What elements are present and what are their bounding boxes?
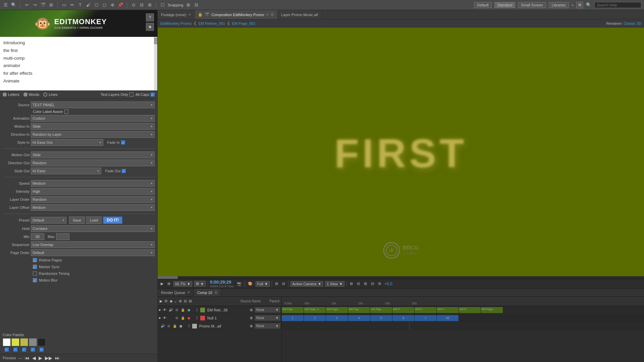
fade-in-cb[interactable]: ✓ (121, 140, 125, 144)
text-icon[interactable]: T (77, 2, 83, 8)
motion-in-dropdown[interactable]: Slide ▼ (31, 123, 155, 130)
breadcrumb-item1[interactable]: EditMonkey Promo (160, 21, 192, 25)
min-input[interactable] (31, 233, 44, 240)
sequencer-dropdown[interactable]: Low Overlap ▼ (31, 241, 155, 248)
first-frame-button[interactable]: ⏮ (25, 355, 30, 361)
quality-dropdown[interactable]: Full ▼ (256, 281, 270, 287)
layer3-blend-icon[interactable]: ⊞ (249, 324, 254, 328)
preview-play-btn[interactable]: ▶ (160, 299, 162, 303)
layer-tab[interactable]: Layer Promo Music.aif (278, 10, 321, 19)
render-button[interactable]: ⊟ (370, 282, 375, 286)
footage-tab-close[interactable]: ✕ (188, 13, 191, 16)
settings-button[interactable]: ⚙ (377, 282, 382, 286)
add-keyframe-btn[interactable]: ⬦ (174, 299, 177, 303)
style-in-dropdown[interactable]: Hi Ease Out ▼ (31, 139, 103, 146)
search-input[interactable] (594, 2, 641, 8)
fade-out-cb[interactable]: ✓ (122, 169, 126, 173)
timeline-settings-btn[interactable]: ⚙ (164, 299, 168, 303)
marker-sync-cb[interactable]: ✓ (33, 265, 37, 269)
motion-out-dropdown[interactable]: Slide ▼ (31, 152, 155, 158)
brush-icon[interactable]: 🖌 (85, 2, 91, 8)
text-preview[interactable]: Introducing the first multi-comp animato… (0, 37, 157, 90)
playhead[interactable] (409, 306, 410, 330)
letters-radio[interactable]: Letters (3, 93, 19, 97)
layer1-lock-icon[interactable]: 🔒 (180, 308, 185, 312)
undo-icon[interactable]: ↩ (24, 2, 30, 8)
grid-icon[interactable]: ⊞ (48, 2, 54, 8)
redo-icon[interactable]: ↪ (32, 2, 38, 8)
all-caps-check[interactable]: All Caps ✓ (136, 93, 155, 97)
comp-button[interactable]: ⊟ (356, 282, 361, 286)
layer3-solo-icon[interactable]: ⊙ (166, 324, 171, 328)
search-icon[interactable]: 🔍 (11, 2, 17, 8)
comp10-tab[interactable]: Comp 10 ☰ (194, 289, 221, 296)
layer1-name[interactable]: EM Reti...36 (207, 308, 248, 312)
layer1-audio-icon[interactable]: 🔊 (168, 308, 173, 312)
swatch-0[interactable] (3, 338, 11, 346)
toggle-grid-button[interactable]: ⊟ (281, 282, 286, 286)
style-out-dropdown[interactable]: Hi Ease ▼ (31, 168, 101, 174)
layer2-name[interactable]: Null 1 (207, 316, 248, 320)
fit-button[interactable]: ⊞ (349, 282, 354, 286)
direction-in-dropdown[interactable]: Random by Layer ▼ (31, 131, 155, 138)
paste-btn[interactable]: ⊟ (184, 299, 187, 303)
stamp-icon[interactable]: ⬡ (93, 2, 99, 8)
extend-icon[interactable]: » (572, 3, 574, 7)
rq-close-icon[interactable]: ✕ (187, 290, 190, 295)
rect-icon[interactable]: ▭ (61, 2, 67, 8)
palette-check-0[interactable]: ✓ (3, 348, 11, 352)
layer2-solo-icon[interactable]: ⊙ (174, 316, 179, 320)
layer1-eye-icon[interactable]: 👁 (162, 308, 167, 312)
layer3-parent[interactable]: None ▼ (255, 323, 280, 328)
collapse-icon[interactable]: ⊟ (194, 2, 200, 8)
layer2-expand[interactable]: ▶ (159, 316, 161, 319)
palette-check-2[interactable]: ✓ (20, 348, 28, 352)
retime-pages-cb[interactable]: ✓ (33, 258, 37, 262)
eraser-icon[interactable]: ◻ (101, 2, 107, 8)
standard-btn[interactable]: Standard (494, 2, 516, 8)
motion-blur-cb[interactable]: ✓ (33, 278, 37, 282)
small-screen-btn[interactable]: Small Screen (518, 2, 546, 8)
snapshot-button[interactable]: 📷 (236, 282, 243, 286)
last-frame-button[interactable]: ⏭ (55, 355, 60, 361)
camera-dropdown[interactable]: Active Camera ▼ (290, 281, 323, 287)
words-radio[interactable]: Words (23, 93, 40, 97)
randomize-timing-cb[interactable] (33, 272, 37, 276)
copy-btn[interactable]: ⊕ (179, 299, 182, 303)
color-label-aware-check[interactable]: Color Label Aware (33, 110, 68, 114)
render-queue-tab[interactable]: Render Queue ✕ (158, 289, 194, 296)
film-icon[interactable]: 🎬 (40, 2, 46, 8)
view-dropdown[interactable]: 1 View ▼ (325, 281, 344, 287)
snap-checkbox[interactable]: ☐ (160, 2, 166, 8)
menu-icon[interactable]: ☰ (3, 2, 9, 8)
layer2-eye-icon[interactable]: 👁 (162, 316, 167, 320)
palette-check-4[interactable]: ✓ (38, 348, 46, 352)
preset-dropdown[interactable]: Default ▼ (31, 217, 66, 224)
prev-frame-button[interactable]: ◀ (32, 355, 36, 361)
layer-offset-dropdown[interactable]: Medium ▼ (31, 204, 155, 211)
anchor-icon[interactable]: ⊙ (130, 2, 137, 8)
breadcrumb-item3[interactable]: EM Page_001 (232, 21, 256, 25)
align-icon[interactable]: ⊟ (139, 2, 145, 8)
layer3-lock-icon[interactable]: 🔒 (172, 324, 177, 328)
page-order-dropdown[interactable]: Default ▼ (31, 249, 155, 256)
palette-check-1[interactable]: ✓ (11, 348, 19, 352)
puppet-icon[interactable]: ⊕ (109, 2, 115, 8)
toggle-alpha-button[interactable]: ⊞ (274, 282, 279, 286)
footage-tab[interactable]: Footage (none) ✕ (158, 10, 195, 19)
swatch-2[interactable] (20, 338, 28, 346)
save-button[interactable]: Save (69, 217, 85, 224)
layer2-blend-icon[interactable]: ⊞ (249, 316, 254, 320)
star-button[interactable]: ★ (146, 23, 154, 31)
preview-scrollbar[interactable] (154, 37, 157, 90)
swatch-4[interactable] (38, 338, 46, 346)
pin-icon[interactable]: 📌 (117, 2, 123, 8)
next-frame-button[interactable]: ▶▶ (45, 355, 52, 361)
graph-icon[interactable]: ⊞ (147, 2, 153, 8)
comp-tab[interactable]: 🔒 🎬 Composition EditMonkey Promo ✕ ☰ (195, 10, 278, 19)
layer1-parent[interactable]: None ▼ (255, 307, 280, 312)
layer1-solo-icon[interactable]: ⊙ (174, 308, 179, 312)
hold-dropdown[interactable]: Constant ▼ (31, 225, 155, 232)
viewer-scrollbar[interactable] (158, 276, 644, 279)
do-it-button[interactable]: DO IT! (103, 217, 122, 224)
